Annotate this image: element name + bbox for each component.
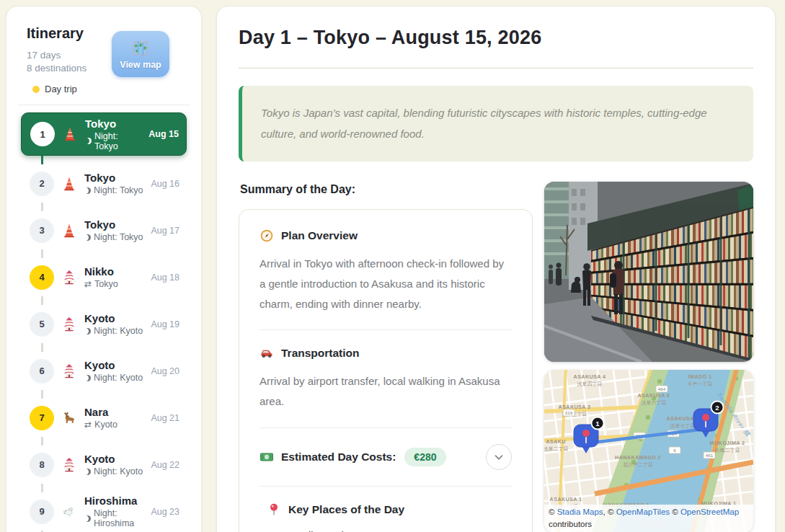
destination-item[interactable]: 9 Hiroshima Night: Hiroshima Aug 23 bbox=[21, 492, 187, 531]
item-date: Aug 20 bbox=[151, 366, 179, 376]
road-shield-number: 319 bbox=[565, 410, 573, 415]
attribution-text: , © bbox=[603, 507, 616, 516]
attribution-text: contributors bbox=[549, 520, 592, 528]
sidebar-divider bbox=[18, 105, 190, 105]
map-area-label-ja: 浅草七丁目 bbox=[670, 423, 696, 429]
map-area-label-ja: 浅草二丁目 bbox=[544, 446, 569, 452]
city-name: Kyoto bbox=[84, 312, 143, 324]
banknote-icon bbox=[260, 450, 274, 464]
destination-number: 8 bbox=[30, 453, 54, 477]
chevron-down-icon bbox=[491, 449, 507, 465]
attribution-link[interactable]: Stadia Maps bbox=[557, 507, 603, 516]
destination-item[interactable]: 3 Tokyo Night: Tokyo Aug 17 bbox=[21, 211, 187, 249]
item-date: Aug 18 bbox=[151, 272, 179, 283]
night-moon-icon bbox=[84, 234, 91, 241]
map-area-label-ja: 浅草六丁目 bbox=[641, 400, 667, 406]
night-moon-icon bbox=[84, 469, 91, 475]
destination-number: 4 bbox=[30, 265, 54, 290]
destination-number: 3 bbox=[30, 218, 54, 243]
tokyo-tower-icon bbox=[62, 126, 78, 142]
pagoda-icon bbox=[61, 316, 77, 332]
key-place-item: Senso-ji Temple bbox=[275, 526, 512, 532]
pagoda-icon bbox=[61, 457, 77, 473]
timeline-connector bbox=[41, 156, 43, 164]
timeline-connector bbox=[41, 437, 43, 445]
stay-label: Night: Kyoto bbox=[84, 373, 143, 383]
night-moon-icon bbox=[84, 187, 91, 194]
city-name: Kyoto bbox=[84, 359, 143, 371]
attribution-link[interactable]: OpenMapTiles bbox=[616, 507, 670, 516]
section-title: Plan Overview bbox=[281, 229, 358, 242]
destination-number: 5 bbox=[30, 312, 54, 337]
item-date: Aug 15 bbox=[148, 129, 179, 139]
map-area-label-ja: 今戸一丁目 bbox=[688, 381, 713, 387]
sidebar-header: Itinerary 17 days 8 destinations View ma… bbox=[21, 25, 187, 94]
plan-overview-section: Plan Overview Arrival in Tokyo with afte… bbox=[260, 229, 512, 314]
costs-section: Estimated Day Costs: €280 bbox=[260, 444, 512, 470]
city-name: Tokyo bbox=[84, 218, 143, 231]
city-name: Tokyo bbox=[84, 172, 143, 184]
item-date: Aug 21 bbox=[151, 413, 179, 423]
stay-label: Night: Tokyo bbox=[85, 131, 141, 151]
key-places-list: Senso-ji TempleSumida River Promenade bbox=[263, 526, 512, 532]
expand-costs-button[interactable] bbox=[486, 444, 512, 470]
item-date: Aug 19 bbox=[151, 319, 179, 329]
timeline-connector bbox=[41, 390, 43, 399]
day-detail-panel: Day 1 – Tokyo – August 15, 2026 Tokyo is… bbox=[216, 6, 776, 532]
map-area-label: MUKOJIMA 2 bbox=[710, 440, 745, 446]
destination-item[interactable]: 8 Kyoto Night: Kyoto Aug 22 bbox=[21, 445, 187, 484]
destination-item[interactable]: 2 Tokyo Night: Tokyo Aug 16 bbox=[21, 164, 187, 203]
destination-item[interactable]: 7 Nara ⇄ Kyoto Aug 21 bbox=[21, 399, 187, 437]
night-moon-icon bbox=[84, 328, 91, 334]
page-title: Day 1 – Tokyo – August 15, 2026 bbox=[239, 27, 753, 49]
timeline-connector bbox=[41, 203, 43, 211]
street-bookstore-photo bbox=[544, 182, 753, 362]
section-body: Arrival in Tokyo with afternoon check-in… bbox=[260, 254, 512, 314]
destination-number: 2 bbox=[30, 172, 54, 196]
day-trip-label: Day trip bbox=[45, 84, 77, 94]
pushpin-icon bbox=[267, 502, 281, 517]
map-area-label: ASAKUSA 1 bbox=[550, 496, 582, 502]
city-name: Nikko bbox=[84, 265, 143, 278]
destination-item[interactable]: 6 Kyoto Night: Kyoto Aug 20 bbox=[21, 352, 187, 390]
attribution-text: © bbox=[549, 507, 557, 516]
world-map-icon bbox=[131, 39, 150, 58]
view-map-button[interactable]: View map bbox=[112, 31, 169, 77]
svg-text:1: 1 bbox=[595, 420, 600, 427]
map-area-label: ASAKUSA 4 bbox=[574, 373, 606, 380]
svg-text:2: 2 bbox=[715, 404, 719, 412]
day-quote: Tokyo is Japan’s vast capital, blending … bbox=[239, 86, 753, 161]
road-shield-number: 464 bbox=[658, 386, 666, 391]
section-divider bbox=[260, 329, 512, 330]
destination-item[interactable]: 1 Tokyo Night: Tokyo Aug 15 bbox=[21, 112, 187, 156]
timeline-connector bbox=[41, 296, 43, 305]
map-area-label-ja: 浅草四丁目 bbox=[577, 381, 603, 387]
timeline-connector bbox=[41, 343, 43, 352]
map-area-label-ja: 花川戸二丁目 bbox=[623, 462, 653, 468]
road-shield-number: 461 bbox=[706, 453, 714, 458]
stay-label: Night: Kyoto bbox=[84, 326, 143, 336]
round-trip-icon: ⇄ bbox=[84, 420, 92, 430]
night-moon-icon bbox=[84, 375, 91, 381]
timeline-connector bbox=[41, 249, 43, 258]
day-trip-dot bbox=[32, 86, 40, 93]
destination-number: 6 bbox=[30, 359, 54, 384]
city-name: Kyoto bbox=[84, 453, 143, 465]
map-card: ASAKUSA 4浅草四丁目ASAKUSA 6浅草六丁目ASAKUSA 3浅草三… bbox=[544, 370, 753, 532]
attribution-link[interactable]: OpenStreetMap bbox=[680, 507, 739, 516]
section-title: Transportation bbox=[281, 347, 360, 360]
summary-card: Plan Overview Arrival in Tokyo with afte… bbox=[239, 209, 533, 532]
pagoda-icon bbox=[61, 363, 77, 379]
item-date: Aug 23 bbox=[151, 507, 179, 517]
item-date: Aug 22 bbox=[151, 460, 179, 470]
car-icon bbox=[260, 346, 274, 360]
stay-label: ⇄ Tokyo bbox=[84, 279, 143, 289]
key-places-section: Key Places of the Day Senso-ji TempleSum… bbox=[260, 502, 512, 532]
destination-item[interactable]: 5 Kyoto Night: Kyoto Aug 19 bbox=[21, 305, 187, 343]
road-shield-number: 6 bbox=[673, 448, 676, 453]
destination-item[interactable]: 4 Nikko ⇄ Tokyo Aug 18 bbox=[21, 258, 187, 296]
costs-label: Estimated Day Costs: bbox=[281, 451, 396, 464]
item-date: Aug 16 bbox=[151, 179, 179, 189]
compass-icon bbox=[260, 229, 274, 243]
destination-number: 9 bbox=[30, 500, 54, 524]
